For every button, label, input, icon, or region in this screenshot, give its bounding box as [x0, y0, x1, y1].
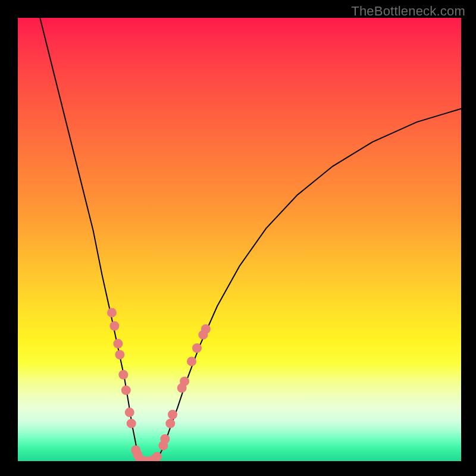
marker-dot	[109, 321, 119, 331]
marker-dot	[107, 308, 117, 317]
marker-dot	[127, 419, 136, 428]
chart-overlay	[18, 18, 461, 461]
marker-dot	[168, 410, 177, 419]
marker-dot	[152, 452, 162, 461]
marker-dot	[160, 434, 170, 444]
marker-dot	[115, 350, 124, 359]
watermark-text: TheBottleneck.com	[351, 4, 465, 19]
markers-group	[107, 308, 211, 461]
marker-dot	[165, 419, 175, 428]
marker-dot	[125, 408, 134, 417]
marker-dot	[192, 343, 202, 353]
marker-dot	[113, 339, 123, 349]
marker-dot	[201, 324, 211, 334]
marker-dot	[121, 386, 131, 395]
marker-dot	[187, 356, 196, 366]
marker-dot	[180, 377, 189, 386]
marker-dot	[118, 370, 128, 380]
curve-line	[40, 18, 461, 461]
